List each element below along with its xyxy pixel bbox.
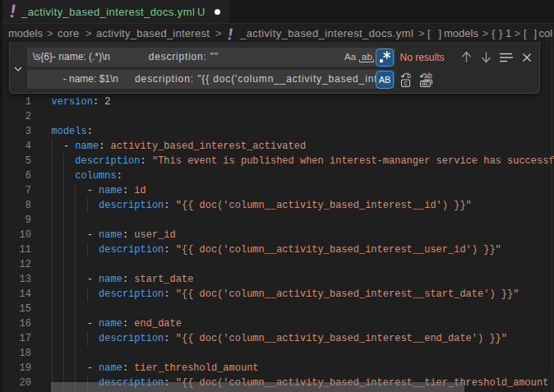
svg-text:ab: ab	[362, 52, 372, 62]
svg-text:ac: ac	[422, 79, 430, 87]
svg-text:b: b	[407, 71, 411, 80]
